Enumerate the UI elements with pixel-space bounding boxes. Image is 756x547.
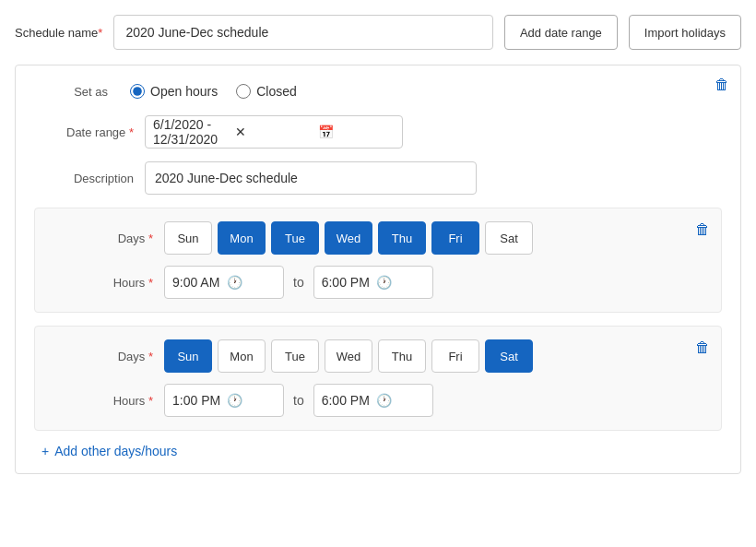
section1-day-wed[interactable]: Wed (325, 221, 372, 255)
calendar-icon[interactable]: 📅 (318, 125, 395, 139)
section2-end-time[interactable]: 6:00 PM 🕐 (313, 384, 433, 417)
section1-end-time[interactable]: 6:00 PM 🕐 (313, 266, 433, 299)
section2-day-wed[interactable]: Wed (325, 339, 372, 373)
section2-day-sun[interactable]: Sun (164, 339, 212, 373)
description-label: Description (34, 172, 145, 185)
section1-days-row: Days * Sun Mon Tue Wed Thu Fri Sat (53, 221, 703, 255)
section1-day-sun[interactable]: Sun (164, 221, 212, 255)
closed-label: Closed (256, 84, 297, 99)
section2-delete-icon[interactable]: 🗑 (695, 339, 710, 356)
section2-day-sat[interactable]: Sat (485, 339, 533, 373)
open-hours-radio[interactable] (130, 84, 145, 99)
section2-end-clock-icon[interactable]: 🕐 (376, 393, 425, 408)
section2-start-time[interactable]: 1:00 PM 🕐 (164, 384, 284, 417)
section2-days-row: Days * Sun Mon Tue Wed Thu Fri Sat (53, 339, 703, 373)
set-as-radio-group: Open hours Closed (130, 84, 297, 99)
add-plus-icon: + (41, 444, 49, 458)
section2-day-thu[interactable]: Thu (378, 339, 426, 373)
section1-day-thu[interactable]: Thu (378, 221, 426, 255)
section2-day-fri[interactable]: Fri (431, 339, 479, 373)
section1-end-clock-icon[interactable]: 🕐 (376, 275, 425, 290)
section1-delete-icon[interactable]: 🗑 (695, 221, 710, 238)
section2-hours-label: Hours * (53, 394, 164, 408)
clear-date-icon[interactable]: ✕ (235, 125, 312, 139)
section1-day-tue[interactable]: Tue (271, 221, 319, 255)
section2-days-label: Days * (53, 350, 164, 363)
description-input[interactable] (145, 161, 477, 195)
section1-hours-row: Hours * 9:00 AM 🕐 to 6:00 PM 🕐 (53, 266, 703, 299)
import-holidays-button[interactable]: Import holidays (629, 15, 741, 50)
section1-day-mon[interactable]: Mon (218, 221, 266, 255)
set-as-row: Set as Open hours Closed (34, 84, 722, 99)
section2-day-mon[interactable]: Mon (218, 339, 266, 373)
header-row: Schedule name* Add date range Import hol… (15, 15, 741, 50)
add-days-hours-label: Add other days/hours (54, 444, 177, 458)
description-row: Description (34, 161, 722, 195)
section1-start-time[interactable]: 9:00 AM 🕐 (164, 266, 284, 299)
schedule-name-input[interactable] (113, 15, 493, 50)
add-days-hours-row[interactable]: + Add other days/hours (41, 444, 722, 458)
closed-option[interactable]: Closed (236, 84, 297, 99)
section1: 🗑 Days * Sun Mon Tue Wed Thu Fri Sat Hou… (34, 208, 722, 313)
main-card: 🗑 Set as Open hours Closed Date range * (15, 65, 741, 474)
section2-day-tue[interactable]: Tue (271, 339, 319, 373)
section2-start-clock-icon[interactable]: 🕐 (227, 393, 276, 408)
date-range-row: Date range * 6/1/2020 - 12/31/2020 ✕ 📅 (34, 115, 722, 149)
date-range-value: 6/1/2020 - 12/31/2020 (153, 117, 230, 147)
page-container: Schedule name* Add date range Import hol… (0, 0, 756, 547)
open-hours-label: Open hours (150, 84, 218, 99)
set-as-label: Set as (34, 85, 108, 99)
section1-day-sat[interactable]: Sat (485, 221, 533, 255)
add-date-range-button[interactable]: Add date range (504, 15, 618, 50)
section2-hours-row: Hours * 1:00 PM 🕐 to 6:00 PM 🕐 (53, 384, 703, 417)
section1-start-clock-icon[interactable]: 🕐 (227, 275, 276, 290)
schedule-name-label: Schedule name* (15, 26, 102, 40)
section1-days-label: Days * (53, 232, 164, 245)
section1-hours-label: Hours * (53, 276, 164, 290)
section1-to-label: to (293, 275, 304, 290)
closed-radio[interactable] (236, 84, 251, 99)
date-range-label: Date range * (34, 125, 145, 139)
section1-day-fri[interactable]: Fri (431, 221, 479, 255)
date-range-input[interactable]: 6/1/2020 - 12/31/2020 ✕ 📅 (145, 115, 403, 149)
section2: 🗑 Days * Sun Mon Tue Wed Thu Fri Sat Hou… (34, 326, 722, 431)
card-delete-icon[interactable]: 🗑 (715, 77, 729, 93)
open-hours-option[interactable]: Open hours (130, 84, 218, 99)
section2-to-label: to (293, 393, 304, 408)
